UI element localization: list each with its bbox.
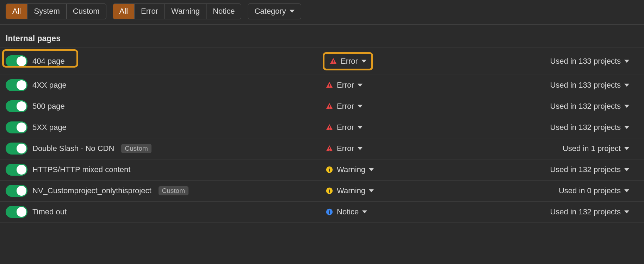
severity-dropdown[interactable]: Error [323, 79, 365, 91]
rule-name-cell: Double Slash - No CDNCustom [6, 143, 323, 155]
notice-icon [326, 208, 333, 216]
svg-rect-17 [329, 211, 330, 214]
error-icon [326, 102, 333, 110]
rule-row: HTTPS/HTTP mixed contentWarningUsed in 1… [0, 159, 644, 181]
used-in-dropdown[interactable]: Used in 1 project [453, 144, 638, 153]
rule-row: 404 pageErrorUsed in 133 projects [0, 48, 644, 75]
rule-name-cell: HTTPS/HTTP mixed content [6, 164, 323, 176]
svg-rect-2 [329, 84, 330, 86]
rule-toggle[interactable] [6, 206, 27, 218]
custom-badge: Custom [121, 144, 151, 153]
rule-name: NV_Customproject_onlythisproject [32, 186, 151, 195]
rule-row: Timed outNoticeUsed in 132 projects [0, 202, 644, 223]
used-in-dropdown[interactable]: Used in 0 projects [453, 186, 638, 195]
rule-toggle[interactable] [6, 121, 27, 133]
type-filter-custom[interactable]: Custom [67, 4, 106, 19]
used-in-text: Used in 0 projects [559, 186, 621, 195]
rule-toggle[interactable] [6, 185, 27, 197]
rule-toggle[interactable] [6, 164, 27, 176]
chevron-down-icon [369, 167, 374, 172]
severity-dropdown[interactable]: Warning [323, 185, 377, 197]
chevron-down-icon [369, 188, 374, 193]
type-filter-all[interactable]: All [6, 4, 27, 19]
svg-rect-8 [329, 147, 330, 150]
severity-dropdown[interactable]: Error [323, 121, 365, 133]
rule-name: Double Slash - No CDN [32, 144, 114, 153]
chevron-down-icon [624, 188, 629, 193]
used-in-dropdown[interactable]: Used in 133 projects [453, 81, 638, 90]
severity-label: Error [337, 144, 354, 153]
warning-icon [326, 187, 333, 195]
svg-rect-9 [329, 150, 330, 151]
svg-rect-5 [329, 108, 330, 108]
rule-row: Double Slash - No CDNCustomErrorUsed in … [0, 138, 644, 159]
error-icon [326, 145, 333, 152]
severity-dropdown[interactable]: Notice [323, 206, 370, 218]
severity-dropdown[interactable]: Warning [323, 164, 377, 176]
rule-toggle[interactable] [6, 143, 27, 155]
rule-name-cell: 500 page [6, 100, 323, 112]
rule-name-cell: 404 page [6, 55, 323, 67]
rule-name-cell: 4XX page [6, 79, 323, 91]
used-in-dropdown[interactable]: Used in 132 projects [453, 165, 638, 174]
chevron-down-icon [624, 167, 629, 172]
chevron-down-icon [624, 209, 629, 214]
svg-rect-7 [329, 129, 330, 130]
rule-toggle[interactable] [6, 55, 27, 67]
rule-toggle[interactable] [6, 79, 27, 91]
rule-row: 500 pageErrorUsed in 132 projects [0, 96, 644, 117]
severity-dropdown[interactable]: Error [323, 143, 365, 155]
used-in-text: Used in 132 projects [550, 102, 621, 111]
severity-label: Error [337, 81, 354, 90]
severity-dropdown[interactable]: Error [323, 100, 365, 112]
severity-label: Error [337, 102, 354, 111]
used-in-text: Used in 132 projects [550, 165, 621, 174]
svg-rect-3 [329, 87, 330, 87]
chevron-down-icon [362, 209, 367, 214]
category-dropdown[interactable]: Category [248, 4, 301, 19]
svg-rect-15 [329, 189, 330, 190]
used-in-dropdown[interactable]: Used in 132 projects [453, 123, 638, 132]
svg-rect-12 [329, 168, 330, 169]
severity-label: Warning [337, 186, 365, 195]
used-in-dropdown[interactable]: Used in 132 projects [453, 207, 638, 216]
chevron-down-icon [624, 146, 629, 151]
rule-name: 500 page [32, 102, 65, 111]
svg-rect-4 [329, 105, 330, 107]
svg-rect-11 [329, 169, 330, 171]
used-in-dropdown[interactable]: Used in 132 projects [453, 102, 638, 111]
used-in-text: Used in 133 projects [550, 81, 621, 90]
severity-filter-group: AllErrorWarningNotice [113, 4, 242, 19]
chevron-down-icon [358, 104, 363, 109]
rule-row: 5XX pageErrorUsed in 132 projects [0, 117, 644, 138]
chevron-down-icon [361, 59, 366, 64]
type-filter-system[interactable]: System [27, 4, 66, 19]
svg-rect-1 [333, 62, 334, 63]
severity-label: Error [341, 57, 358, 66]
rule-name: 5XX page [32, 123, 67, 132]
chevron-down-icon [290, 9, 295, 14]
chevron-down-icon [358, 146, 363, 151]
used-in-text: Used in 133 projects [550, 57, 621, 66]
section-title: Internal pages [0, 25, 644, 48]
severity-label: Error [337, 123, 354, 132]
severity-filter-all[interactable]: All [113, 4, 135, 19]
chevron-down-icon [358, 125, 363, 130]
severity-filter-notice[interactable]: Notice [206, 4, 241, 19]
svg-rect-14 [329, 190, 330, 193]
rule-toggle[interactable] [6, 100, 27, 112]
rule-row: NV_Customproject_onlythisprojectCustomWa… [0, 181, 644, 202]
svg-rect-18 [329, 210, 330, 211]
svg-rect-6 [329, 126, 330, 128]
rule-name: 4XX page [32, 81, 67, 90]
severity-filter-error[interactable]: Error [135, 4, 165, 19]
severity-filter-warning[interactable]: Warning [165, 4, 206, 19]
custom-badge: Custom [159, 186, 188, 195]
severity-dropdown[interactable]: Error [323, 52, 373, 70]
rule-name: 404 page [32, 57, 65, 66]
used-in-dropdown[interactable]: Used in 133 projects [453, 57, 638, 66]
severity-label: Warning [337, 165, 365, 174]
type-filter-group: AllSystemCustom [6, 4, 106, 19]
used-in-text: Used in 132 projects [550, 207, 621, 216]
chevron-down-icon [624, 125, 629, 130]
